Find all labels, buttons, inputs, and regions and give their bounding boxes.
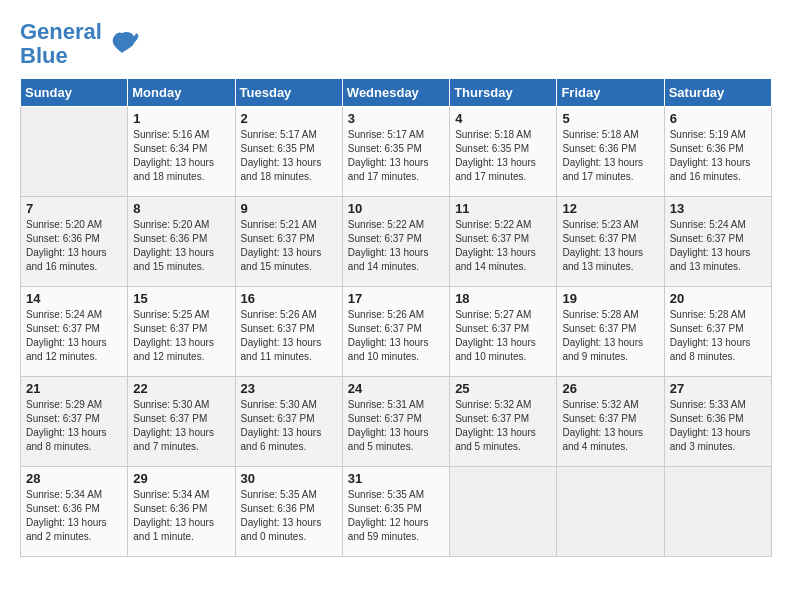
day-number: 26 <box>562 381 658 396</box>
day-info: Sunrise: 5:17 AM Sunset: 6:35 PM Dayligh… <box>241 128 337 184</box>
calendar-cell: 30 Sunrise: 5:35 AM Sunset: 6:36 PM Dayl… <box>235 467 342 557</box>
day-number: 18 <box>455 291 551 306</box>
page-header: GeneralBlue <box>20 20 772 68</box>
calendar-cell: 7 Sunrise: 5:20 AM Sunset: 6:36 PM Dayli… <box>21 197 128 287</box>
day-info: Sunrise: 5:24 AM Sunset: 6:37 PM Dayligh… <box>670 218 766 274</box>
calendar-cell: 25 Sunrise: 5:32 AM Sunset: 6:37 PM Dayl… <box>450 377 557 467</box>
day-info: Sunrise: 5:20 AM Sunset: 6:36 PM Dayligh… <box>26 218 122 274</box>
logo: GeneralBlue <box>20 20 140 68</box>
day-number: 25 <box>455 381 551 396</box>
day-number: 6 <box>670 111 766 126</box>
weekday-header: Monday <box>128 79 235 107</box>
day-number: 14 <box>26 291 122 306</box>
day-number: 29 <box>133 471 229 486</box>
weekday-header: Thursday <box>450 79 557 107</box>
day-number: 12 <box>562 201 658 216</box>
day-number: 15 <box>133 291 229 306</box>
calendar-cell: 21 Sunrise: 5:29 AM Sunset: 6:37 PM Dayl… <box>21 377 128 467</box>
day-number: 8 <box>133 201 229 216</box>
day-number: 9 <box>241 201 337 216</box>
weekday-header: Sunday <box>21 79 128 107</box>
day-info: Sunrise: 5:17 AM Sunset: 6:35 PM Dayligh… <box>348 128 444 184</box>
day-number: 4 <box>455 111 551 126</box>
day-number: 21 <box>26 381 122 396</box>
day-info: Sunrise: 5:18 AM Sunset: 6:36 PM Dayligh… <box>562 128 658 184</box>
calendar-week-row: 28 Sunrise: 5:34 AM Sunset: 6:36 PM Dayl… <box>21 467 772 557</box>
calendar-cell: 26 Sunrise: 5:32 AM Sunset: 6:37 PM Dayl… <box>557 377 664 467</box>
calendar-week-row: 7 Sunrise: 5:20 AM Sunset: 6:36 PM Dayli… <box>21 197 772 287</box>
day-info: Sunrise: 5:34 AM Sunset: 6:36 PM Dayligh… <box>26 488 122 544</box>
calendar-cell: 31 Sunrise: 5:35 AM Sunset: 6:35 PM Dayl… <box>342 467 449 557</box>
day-info: Sunrise: 5:34 AM Sunset: 6:36 PM Dayligh… <box>133 488 229 544</box>
calendar-cell: 10 Sunrise: 5:22 AM Sunset: 6:37 PM Dayl… <box>342 197 449 287</box>
weekday-header: Saturday <box>664 79 771 107</box>
day-info: Sunrise: 5:25 AM Sunset: 6:37 PM Dayligh… <box>133 308 229 364</box>
calendar-cell: 29 Sunrise: 5:34 AM Sunset: 6:36 PM Dayl… <box>128 467 235 557</box>
calendar-cell: 9 Sunrise: 5:21 AM Sunset: 6:37 PM Dayli… <box>235 197 342 287</box>
calendar-cell: 16 Sunrise: 5:26 AM Sunset: 6:37 PM Dayl… <box>235 287 342 377</box>
day-info: Sunrise: 5:24 AM Sunset: 6:37 PM Dayligh… <box>26 308 122 364</box>
day-info: Sunrise: 5:23 AM Sunset: 6:37 PM Dayligh… <box>562 218 658 274</box>
day-number: 20 <box>670 291 766 306</box>
calendar-cell: 11 Sunrise: 5:22 AM Sunset: 6:37 PM Dayl… <box>450 197 557 287</box>
day-number: 7 <box>26 201 122 216</box>
day-info: Sunrise: 5:20 AM Sunset: 6:36 PM Dayligh… <box>133 218 229 274</box>
logo-bird-icon <box>104 26 140 62</box>
day-info: Sunrise: 5:18 AM Sunset: 6:35 PM Dayligh… <box>455 128 551 184</box>
calendar-cell: 1 Sunrise: 5:16 AM Sunset: 6:34 PM Dayli… <box>128 107 235 197</box>
day-info: Sunrise: 5:30 AM Sunset: 6:37 PM Dayligh… <box>133 398 229 454</box>
calendar-cell: 4 Sunrise: 5:18 AM Sunset: 6:35 PM Dayli… <box>450 107 557 197</box>
day-info: Sunrise: 5:32 AM Sunset: 6:37 PM Dayligh… <box>455 398 551 454</box>
day-number: 16 <box>241 291 337 306</box>
calendar-cell <box>450 467 557 557</box>
calendar-cell: 6 Sunrise: 5:19 AM Sunset: 6:36 PM Dayli… <box>664 107 771 197</box>
calendar-cell: 24 Sunrise: 5:31 AM Sunset: 6:37 PM Dayl… <box>342 377 449 467</box>
calendar-cell <box>21 107 128 197</box>
day-number: 5 <box>562 111 658 126</box>
calendar-cell: 17 Sunrise: 5:26 AM Sunset: 6:37 PM Dayl… <box>342 287 449 377</box>
day-number: 23 <box>241 381 337 396</box>
day-info: Sunrise: 5:19 AM Sunset: 6:36 PM Dayligh… <box>670 128 766 184</box>
day-number: 10 <box>348 201 444 216</box>
day-number: 24 <box>348 381 444 396</box>
day-number: 2 <box>241 111 337 126</box>
day-info: Sunrise: 5:27 AM Sunset: 6:37 PM Dayligh… <box>455 308 551 364</box>
day-number: 1 <box>133 111 229 126</box>
day-info: Sunrise: 5:28 AM Sunset: 6:37 PM Dayligh… <box>670 308 766 364</box>
day-number: 22 <box>133 381 229 396</box>
day-info: Sunrise: 5:30 AM Sunset: 6:37 PM Dayligh… <box>241 398 337 454</box>
calendar-table: SundayMondayTuesdayWednesdayThursdayFrid… <box>20 78 772 557</box>
calendar-cell: 13 Sunrise: 5:24 AM Sunset: 6:37 PM Dayl… <box>664 197 771 287</box>
logo-text: GeneralBlue <box>20 20 102 68</box>
calendar-cell: 14 Sunrise: 5:24 AM Sunset: 6:37 PM Dayl… <box>21 287 128 377</box>
day-info: Sunrise: 5:21 AM Sunset: 6:37 PM Dayligh… <box>241 218 337 274</box>
day-number: 19 <box>562 291 658 306</box>
calendar-cell: 28 Sunrise: 5:34 AM Sunset: 6:36 PM Dayl… <box>21 467 128 557</box>
calendar-cell: 18 Sunrise: 5:27 AM Sunset: 6:37 PM Dayl… <box>450 287 557 377</box>
day-number: 28 <box>26 471 122 486</box>
day-info: Sunrise: 5:26 AM Sunset: 6:37 PM Dayligh… <box>241 308 337 364</box>
day-info: Sunrise: 5:31 AM Sunset: 6:37 PM Dayligh… <box>348 398 444 454</box>
calendar-cell: 12 Sunrise: 5:23 AM Sunset: 6:37 PM Dayl… <box>557 197 664 287</box>
day-info: Sunrise: 5:29 AM Sunset: 6:37 PM Dayligh… <box>26 398 122 454</box>
calendar-cell <box>664 467 771 557</box>
day-info: Sunrise: 5:32 AM Sunset: 6:37 PM Dayligh… <box>562 398 658 454</box>
calendar-cell: 15 Sunrise: 5:25 AM Sunset: 6:37 PM Dayl… <box>128 287 235 377</box>
day-number: 3 <box>348 111 444 126</box>
day-info: Sunrise: 5:22 AM Sunset: 6:37 PM Dayligh… <box>348 218 444 274</box>
weekday-header: Friday <box>557 79 664 107</box>
calendar-cell: 27 Sunrise: 5:33 AM Sunset: 6:36 PM Dayl… <box>664 377 771 467</box>
calendar-cell: 19 Sunrise: 5:28 AM Sunset: 6:37 PM Dayl… <box>557 287 664 377</box>
calendar-cell: 5 Sunrise: 5:18 AM Sunset: 6:36 PM Dayli… <box>557 107 664 197</box>
day-info: Sunrise: 5:35 AM Sunset: 6:35 PM Dayligh… <box>348 488 444 544</box>
calendar-cell: 3 Sunrise: 5:17 AM Sunset: 6:35 PM Dayli… <box>342 107 449 197</box>
calendar-cell: 2 Sunrise: 5:17 AM Sunset: 6:35 PM Dayli… <box>235 107 342 197</box>
calendar-week-row: 21 Sunrise: 5:29 AM Sunset: 6:37 PM Dayl… <box>21 377 772 467</box>
calendar-cell: 20 Sunrise: 5:28 AM Sunset: 6:37 PM Dayl… <box>664 287 771 377</box>
day-number: 31 <box>348 471 444 486</box>
calendar-cell <box>557 467 664 557</box>
day-number: 27 <box>670 381 766 396</box>
day-info: Sunrise: 5:26 AM Sunset: 6:37 PM Dayligh… <box>348 308 444 364</box>
calendar-week-row: 14 Sunrise: 5:24 AM Sunset: 6:37 PM Dayl… <box>21 287 772 377</box>
day-info: Sunrise: 5:22 AM Sunset: 6:37 PM Dayligh… <box>455 218 551 274</box>
